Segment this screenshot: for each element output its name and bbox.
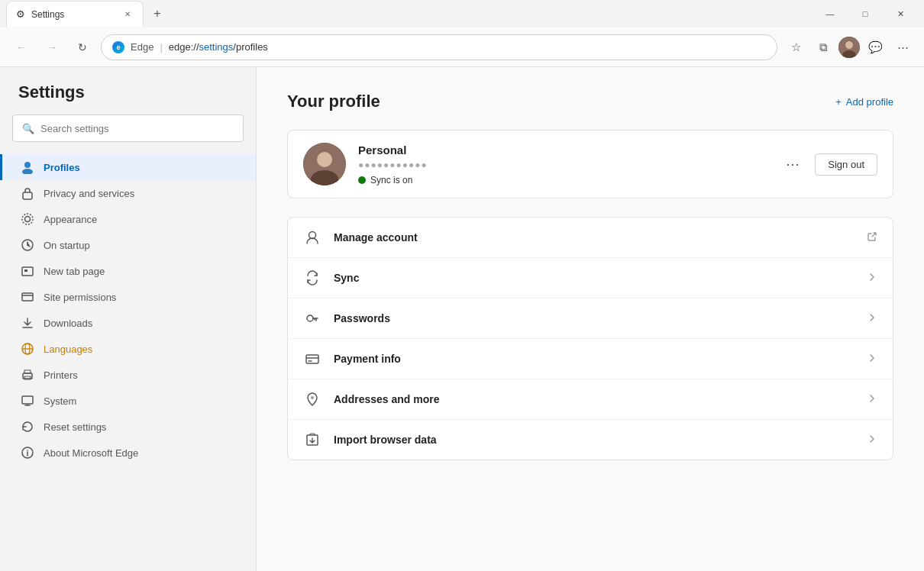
sidebar-item-profiles[interactable]: Profiles <box>0 154 256 180</box>
sidebar-item-about[interactable]: About Microsoft Edge <box>0 440 256 466</box>
window-controls: — □ ✕ <box>813 0 918 27</box>
menu-item-label-import: Import browser data <box>334 434 855 446</box>
sidebar-item-label-system: System <box>44 395 76 407</box>
address-bar[interactable]: e Edge | edge://settings/profiles <box>101 34 777 60</box>
more-button[interactable]: ⋯ <box>890 35 915 60</box>
menu-item-passwords[interactable]: Passwords <box>288 298 893 339</box>
sidebar-item-system[interactable]: System <box>0 388 256 414</box>
sidebar-item-reset[interactable]: Reset settings <box>0 414 256 440</box>
profile-avatar-large <box>303 143 346 185</box>
svg-point-28 <box>309 232 316 239</box>
manage-account-icon <box>303 228 321 247</box>
sidebar-item-languages[interactable]: Languages <box>0 336 256 362</box>
sidebar-item-downloads[interactable]: Downloads <box>0 310 256 336</box>
settings-tab-title: Settings <box>31 9 115 20</box>
downloads-nav-icon <box>21 316 34 330</box>
svg-rect-20 <box>22 396 33 404</box>
sidebar: Settings 🔍 ProfilesPrivacy and servicesA… <box>0 67 257 571</box>
sidebar-item-label-languages: Languages <box>44 344 92 355</box>
new-tab-button[interactable]: + <box>147 3 168 24</box>
maximize-button[interactable]: □ <box>848 0 883 27</box>
sidebar-item-label-privacy: Privacy and services <box>44 188 134 199</box>
sync-icon <box>303 269 321 287</box>
profile-face-svg <box>303 143 346 185</box>
profile-more-button[interactable]: ⋯ <box>780 153 806 176</box>
sidebar-item-on-startup[interactable]: On startup <box>0 232 256 258</box>
settings-tab[interactable]: ⚙ Settings ✕ <box>6 1 144 27</box>
menu-item-addresses[interactable]: Addresses and more <box>288 379 893 420</box>
sidebar-item-printers[interactable]: Printers <box>0 362 256 388</box>
tab-close-button[interactable]: ✕ <box>121 8 134 21</box>
minimize-button[interactable]: — <box>813 0 848 27</box>
avatar-svg <box>838 37 860 58</box>
svg-point-3 <box>24 162 31 168</box>
svg-rect-11 <box>22 293 33 301</box>
passwords-icon <box>303 309 321 327</box>
appearance-nav-icon <box>21 212 34 226</box>
sidebar-item-site-permissions[interactable]: Site permissions <box>0 284 256 310</box>
languages-nav-icon <box>21 342 34 356</box>
sign-out-button[interactable]: Sign out <box>815 153 877 176</box>
add-profile-button[interactable]: + Add profile <box>835 96 893 108</box>
import-icon <box>303 431 321 449</box>
tab-bar: ⚙ Settings ✕ + <box>6 0 813 27</box>
sidebar-item-label-about: About Microsoft Edge <box>44 447 138 459</box>
main-layout: Settings 🔍 ProfilesPrivacy and servicesA… <box>0 67 924 571</box>
reset-nav-icon <box>21 420 34 434</box>
address-url: edge://settings/profiles <box>169 41 268 53</box>
system-nav-icon <box>21 394 34 408</box>
menu-item-import[interactable]: Import browser data <box>288 420 893 460</box>
add-profile-label: Add profile <box>846 96 893 108</box>
on-startup-nav-icon <box>21 238 34 252</box>
menu-item-sync[interactable]: Sync <box>288 258 893 298</box>
payment-info-chevron-icon <box>867 353 877 366</box>
svg-point-36 <box>311 396 314 399</box>
settings-title: Settings <box>0 82 256 115</box>
address-highlight: settings <box>199 41 234 53</box>
menu-item-payment-info[interactable]: Payment info <box>288 339 893 379</box>
profile-menu-list: Manage accountSyncPasswordsPayment infoA… <box>287 217 893 460</box>
profiles-nav-icon <box>21 160 34 174</box>
sidebar-item-label-reset: Reset settings <box>44 421 106 433</box>
content-area: Your profile + Add profile Personal ●●●●… <box>257 67 924 571</box>
profile-info: Personal ●●●●●●●●●●● Sync is on <box>358 144 767 185</box>
page-title: Your profile <box>287 92 380 111</box>
sidebar-item-label-on-startup: On startup <box>44 240 90 251</box>
address-separator: | <box>160 41 162 53</box>
share-button[interactable]: 💬 <box>863 35 887 60</box>
passwords-chevron-icon <box>867 312 877 325</box>
navbar: ← → ↻ e Edge | edge://settings/profiles … <box>0 27 924 67</box>
profile-email: ●●●●●●●●●●● <box>358 160 767 170</box>
sidebar-item-appearance[interactable]: Appearance <box>0 206 256 232</box>
about-nav-icon <box>21 446 34 460</box>
svg-point-7 <box>22 214 33 224</box>
collections-button[interactable]: ⧉ <box>811 35 835 60</box>
profile-card: Personal ●●●●●●●●●●● Sync is on ⋯ Sign o… <box>287 130 893 198</box>
sidebar-item-label-profiles: Profiles <box>44 162 80 173</box>
addresses-icon <box>303 390 321 408</box>
search-box[interactable]: 🔍 <box>12 115 244 142</box>
favorites-button[interactable]: ☆ <box>783 35 808 60</box>
sync-status: Sync is on <box>358 175 767 185</box>
profile-name: Personal <box>358 144 767 156</box>
sidebar-item-privacy[interactable]: Privacy and services <box>0 180 256 206</box>
search-input[interactable] <box>40 123 234 134</box>
sidebar-item-label-downloads: Downloads <box>44 318 92 329</box>
import-chevron-icon <box>867 434 877 447</box>
refresh-button[interactable]: ↻ <box>70 35 95 60</box>
menu-item-label-addresses: Addresses and more <box>334 393 855 405</box>
back-button[interactable]: ← <box>9 35 34 60</box>
svg-rect-10 <box>24 269 27 272</box>
forward-button[interactable]: → <box>40 35 64 60</box>
menu-item-label-passwords: Passwords <box>334 312 855 324</box>
close-button[interactable]: ✕ <box>883 0 918 27</box>
sync-status-label: Sync is on <box>370 175 412 185</box>
profile-avatar-button[interactable] <box>838 37 860 58</box>
menu-item-manage-account[interactable]: Manage account <box>288 218 893 258</box>
sidebar-item-new-tab[interactable]: New tab page <box>0 258 256 284</box>
content-header: Your profile + Add profile <box>287 92 893 111</box>
payment-info-icon <box>303 350 321 368</box>
svg-rect-5 <box>23 192 32 199</box>
add-profile-plus-icon: + <box>835 96 842 108</box>
privacy-nav-icon <box>21 186 34 200</box>
